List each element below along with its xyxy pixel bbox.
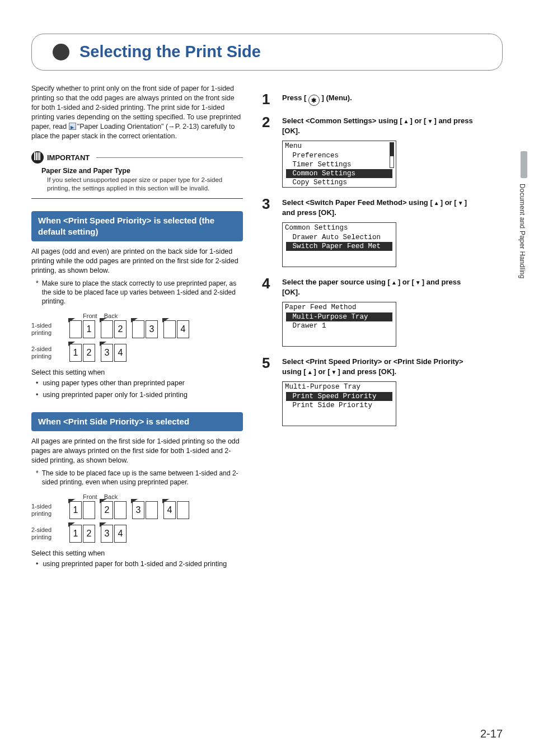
section-1-note-text: Make sure to place the stack correctly t…	[42, 279, 243, 306]
section-2-heading: When <Print Side Priority> is selected	[31, 412, 243, 431]
section-2-note: * The side to be placed face up is the s…	[31, 469, 243, 487]
paper-pair: 12	[69, 525, 95, 543]
lcd-screen-3: Paper Feed Method Multi-Purpose Tray Dra…	[282, 302, 396, 347]
side-tab-text: Document and Paper Handling	[518, 184, 526, 279]
front-label: Front	[83, 312, 97, 319]
important-subhead: Paper Size and Paper Type	[41, 167, 243, 175]
front-label: Front	[83, 493, 97, 500]
step-2-mid: ] or [	[410, 116, 427, 125]
paper-pair: 1	[69, 501, 95, 519]
bullet-icon: •	[36, 379, 38, 388]
side-tab: Document and Paper Handling	[510, 151, 527, 330]
up-arrow-icon	[402, 118, 410, 125]
page-number: 2-17	[480, 727, 503, 740]
intro-paragraph: Specify whether to print only on the fro…	[31, 84, 243, 141]
step-1-text: Press [ ✱ ] (Menu).	[282, 93, 474, 106]
step-5-post: ] and press [OK].	[338, 367, 397, 376]
page: Document and Paper Handling Selecting th…	[0, 0, 534, 756]
down-arrow-icon	[426, 118, 434, 125]
step-1-pre: Press [	[282, 94, 308, 102]
up-arrow-icon	[433, 199, 441, 207]
two-column-layout: Specify whether to print only on the fro…	[31, 84, 503, 569]
important-icon	[31, 151, 44, 164]
section-2-li-1: using preprinted paper for both 1-sided …	[43, 559, 227, 569]
lcd-line-selected: Multi-Purpose Tray	[286, 312, 392, 321]
side-tab-block	[521, 151, 527, 178]
step-5-mid: ] or [	[314, 367, 330, 376]
lcd-line-selected: Print Speed Priority	[286, 392, 392, 401]
illustration-1: Front Back 1-sided printing 1 2 3 4 2-si…	[31, 312, 243, 362]
lcd-title: Paper Feed Method	[283, 302, 396, 312]
step-1: 1 Press [ ✱ ] (Menu).	[262, 93, 474, 106]
lcd-line: Drawer Auto Selection	[286, 233, 392, 242]
step-5-text: Select <Print Speed Priority> or <Print …	[282, 357, 474, 377]
steps-list: 1 Press [ ✱ ] (Menu). 2 Select <Common S…	[262, 93, 474, 426]
lcd-title: Menu	[283, 141, 396, 151]
up-arrow-icon	[390, 279, 398, 287]
step-3-text: Select <Switch Paper Feed Method> using …	[282, 198, 474, 218]
important-label: IMPORTANT	[47, 153, 90, 162]
illus-1-row-2: 2-sided printing 12 34	[31, 344, 243, 362]
step-number: 3	[262, 198, 274, 210]
illus-2-row-2-label: 2-sided printing	[31, 526, 64, 541]
illus-1-row-1: 1-sided printing 1 2 3 4	[31, 320, 243, 338]
paper-pair: 4	[163, 501, 189, 519]
step-2-text: Select <Common Settings> using [] or [] …	[282, 116, 474, 136]
important-box: IMPORTANT Paper Size and Paper Type If y…	[31, 151, 243, 199]
step-3-mid: ] or [	[441, 198, 457, 207]
section-1-body: All pages (odd and even) are printed on …	[31, 247, 243, 276]
left-column: Specify whether to print only on the fro…	[31, 84, 243, 569]
illus-2-row-1: 1-sided printing 1 2 3 4	[31, 501, 243, 519]
lcd-line: Preferences	[286, 151, 392, 160]
step-number: 5	[262, 357, 274, 369]
link-icon	[69, 123, 76, 130]
down-arrow-icon	[457, 199, 465, 207]
lcd-screen-4: Multi-Purpose Tray Print Speed Priority …	[282, 381, 396, 426]
lcd-line: Drawer 1	[286, 321, 392, 330]
section-2-after: Select this setting when	[31, 549, 243, 557]
up-arrow-icon	[306, 368, 314, 376]
intro-link[interactable]: "Paper Loading Orientation" (→P. 2-13)	[77, 123, 199, 130]
illus-1-row-1-label: 1-sided printing	[31, 322, 64, 337]
down-arrow-icon	[414, 279, 422, 287]
lcd-title: Multi-Purpose Tray	[283, 382, 396, 392]
important-rule	[96, 157, 243, 158]
paper-pair: 3	[132, 501, 158, 519]
step-number: 2	[262, 116, 274, 128]
page-title-wrap: Selecting the Print Side	[31, 34, 503, 71]
illus-2-row-1-label: 1-sided printing	[31, 503, 64, 517]
illus-1-row-2-label: 2-sided printing	[31, 346, 64, 360]
important-header: IMPORTANT	[31, 151, 243, 164]
list-item: •using preprinted paper only for 1-sided…	[31, 390, 243, 400]
list-item: •using preprinted paper for both 1-sided…	[31, 559, 243, 569]
section-1-li-2: using preprinted paper only for 1-sided …	[43, 390, 188, 400]
paper-pair: 2	[101, 320, 127, 338]
step-4-mid: ] or [	[398, 278, 414, 286]
asterisk: *	[36, 469, 39, 487]
section-2-note-text: The side to be placed face up is the sam…	[42, 469, 243, 487]
step-4: 4 Select the paper source using [] or []…	[262, 277, 474, 347]
title-bullet-icon	[53, 44, 69, 60]
section-1-after: Select this setting when	[31, 368, 243, 376]
lcd-line: Timer Settings	[286, 160, 392, 169]
bullet-icon: •	[36, 390, 38, 400]
section-1-note: * Make sure to place the stack correctly…	[31, 279, 243, 306]
paper-pair: 1	[69, 320, 95, 338]
illustration-2: Front Back 1-sided printing 1 2 3 4 2-si…	[31, 493, 243, 543]
lcd-line: Copy Settings	[286, 178, 392, 187]
lcd-line-selected: Common Settings	[286, 169, 392, 178]
section-1-heading: When <Print Speed Priority> is selected …	[31, 211, 243, 241]
step-number: 4	[262, 277, 274, 290]
paper-pair: 3	[132, 320, 158, 338]
lcd-title: Common Settings	[283, 223, 396, 233]
lcd-line: Print Side Priority	[286, 401, 392, 410]
step-4-text: Select the paper source using [] or [] a…	[282, 277, 474, 297]
paper-pair: 2	[101, 501, 127, 519]
paper-pair: 34	[101, 525, 127, 543]
step-2: 2 Select <Common Settings> using [] or […	[262, 116, 474, 188]
asterisk: *	[36, 279, 39, 306]
lcd-screen-2: Common Settings Drawer Auto Selection Sw…	[282, 222, 396, 267]
lcd-line-selected: Switch Paper Feed Met	[286, 242, 392, 251]
section-2-body: All pages are printed on the first side …	[31, 437, 243, 465]
scrollbar-icon	[390, 142, 394, 168]
